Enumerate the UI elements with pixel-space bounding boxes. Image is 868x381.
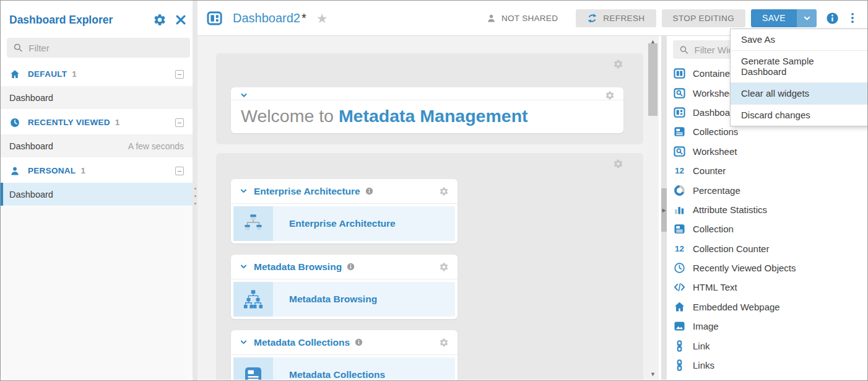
save-split-button: SAVE: [751, 9, 817, 27]
widget-palette-item[interactable]: Attribute Statistics: [673, 200, 867, 219]
links-widget-card: Metadata CollectionsMetadata Collections: [231, 330, 458, 380]
sidebar-resize-grip[interactable]: [193, 1, 197, 380]
container-gear-icon[interactable]: [613, 59, 623, 69]
dashboard-item-name: Dashboard: [9, 93, 53, 103]
dashboard-list-item[interactable]: Dashboard: [1, 183, 193, 206]
search-icon: [13, 42, 23, 53]
favorite-star-icon[interactable]: ★: [316, 12, 328, 25]
sidebar-section-header-personal[interactable]: PERSONAL1: [1, 159, 193, 183]
widget-card-header: Metadata Browsing: [231, 255, 458, 279]
collections-icon: [243, 364, 264, 380]
worksheet-icon: [673, 87, 686, 100]
info-icon[interactable]: [826, 12, 839, 25]
widget-link[interactable]: Metadata Collections: [233, 357, 455, 380]
chevron-down-icon[interactable]: [240, 187, 248, 195]
explorer-filter-input[interactable]: [28, 43, 184, 53]
widget-palette-label: HTML Text: [693, 282, 737, 292]
link-icon: [673, 359, 686, 372]
chevron-down-icon[interactable]: [240, 91, 248, 100]
section-count: 1: [115, 118, 175, 127]
dashboard-list-item[interactable]: Dashboard: [1, 86, 193, 109]
container-gear-icon[interactable]: [613, 159, 623, 169]
widget-palette-label: Collections: [693, 126, 738, 137]
collapse-box-icon[interactable]: [175, 70, 184, 79]
save-menu-toggle[interactable]: [797, 9, 817, 27]
dashboard-explorer-panel: Dashboard Explorer DEFAULT1DashboardRECE…: [1, 1, 197, 380]
widget-card-title: Enterprise Architecture: [254, 186, 360, 197]
widget-palette-label: Percentage: [693, 185, 740, 196]
stop-editing-button[interactable]: STOP EDITING: [662, 9, 746, 27]
section-label: RECENTLY VIEWED: [28, 118, 110, 127]
widget-gear-icon[interactable]: [439, 186, 449, 196]
person-icon: [9, 165, 20, 177]
more-options-kebab-icon[interactable]: [846, 11, 859, 25]
save-dropdown-menu: Save AsGenerate Sample DashboardClear al…: [730, 28, 868, 126]
widget-link[interactable]: Enterprise Architecture: [233, 206, 455, 241]
app-window: Dashboard Explorer DEFAULT1DashboardRECE…: [0, 0, 868, 381]
dashboard-explorer-header: Dashboard Explorer: [9, 11, 188, 29]
widget-palette-label: Collection Counter: [693, 243, 769, 254]
widget-palette-label: Image: [693, 321, 719, 331]
info-icon[interactable]: [347, 263, 355, 271]
dashboard-list-item[interactable]: DashboardA few seconds: [1, 134, 193, 157]
collections-icon: [673, 125, 686, 138]
menu-item[interactable]: Generate Sample Dashboard: [731, 50, 867, 82]
widget-palette-item[interactable]: Embedded Webpage: [673, 297, 867, 317]
dashboard-title: Dashboard2: [233, 11, 300, 25]
sidebar-section-header-default[interactable]: DEFAULT1: [1, 62, 193, 86]
section-label: DEFAULT: [28, 69, 67, 79]
panel-settings-gear-icon[interactable]: [153, 13, 167, 27]
link-label: Metadata Browsing: [273, 282, 455, 317]
dashboard-icon: [206, 10, 223, 27]
info-icon[interactable]: [365, 187, 373, 195]
welcome-highlight: Metadata Management: [339, 106, 528, 126]
explorer-empty-area: [1, 206, 193, 380]
widget-gear-icon[interactable]: [439, 262, 449, 272]
code-icon: [673, 281, 686, 294]
menu-item[interactable]: Discard changes: [731, 104, 867, 126]
widget-palette-item[interactable]: 12Counter: [673, 161, 867, 180]
widget-palette-item[interactable]: Link: [673, 336, 867, 355]
counter-icon: 12: [673, 242, 686, 255]
collapse-box-icon[interactable]: [175, 118, 184, 127]
chevron-down-icon: [803, 14, 811, 22]
panel-splitter: ▶: [661, 36, 667, 380]
widget-palette-item[interactable]: HTML Text: [673, 278, 867, 297]
refresh-button[interactable]: REFRESH: [576, 9, 656, 27]
widget-palette-item[interactable]: Worksheet: [673, 142, 867, 161]
widget-palette-label: Container: [693, 68, 733, 79]
widget-card-body: Metadata Browsing: [231, 279, 458, 319]
chevron-down-icon[interactable]: [240, 338, 248, 346]
widget-gear-icon[interactable]: [439, 338, 449, 348]
widget-card-body: Metadata Collections: [231, 355, 458, 380]
panel-close-icon[interactable]: [174, 13, 188, 27]
scrollbar-thumb[interactable]: [648, 43, 658, 116]
bar-chart-icon: [673, 203, 686, 216]
widget-palette-item[interactable]: Links: [673, 356, 867, 375]
widget-link[interactable]: Metadata Browsing: [233, 282, 455, 317]
widget-palette-item[interactable]: Image: [673, 317, 867, 336]
person-icon: [486, 13, 497, 24]
widget-palette-item[interactable]: Percentage: [673, 180, 867, 199]
welcome-widget-container: Welcome to Metadata Management: [216, 53, 643, 144]
widget-card-body: Enterprise Architecture: [231, 204, 458, 243]
dashboard-item-meta: A few seconds: [128, 141, 184, 151]
scroll-down-icon[interactable]: ▼: [647, 370, 659, 379]
widget-palette-item[interactable]: Recently Viewed Objects: [673, 258, 867, 278]
share-status: NOT SHARED: [486, 13, 558, 24]
container-icon: [673, 67, 686, 80]
menu-item[interactable]: Clear all widgets: [731, 82, 867, 104]
save-button[interactable]: SAVE: [751, 9, 797, 27]
chevron-down-icon[interactable]: [240, 263, 248, 271]
widget-gear-icon[interactable]: [605, 90, 615, 100]
refresh-icon: [587, 13, 597, 24]
menu-item[interactable]: Save As: [731, 29, 867, 50]
link-icon: [673, 339, 686, 353]
collapse-box-icon[interactable]: [175, 167, 184, 175]
info-icon[interactable]: [355, 338, 363, 346]
link-icon-tile: [233, 206, 273, 241]
widget-palette-item[interactable]: Collection: [673, 219, 867, 239]
collapse-panel-handle[interactable]: ▶: [661, 188, 667, 232]
widget-palette-item[interactable]: 12Collection Counter: [673, 239, 867, 258]
sidebar-section-header-recently-viewed[interactable]: RECENTLY VIEWED1: [1, 110, 193, 134]
